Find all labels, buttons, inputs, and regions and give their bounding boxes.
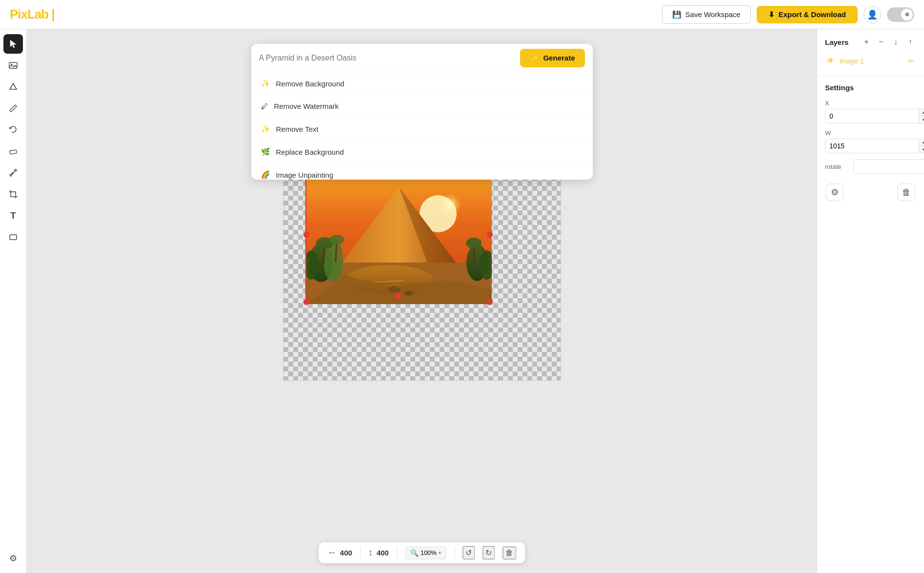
crop-tool-button[interactable]: [3, 184, 23, 204]
prompt-input[interactable]: A Pyramid in a Desert Oasis: [259, 54, 521, 62]
resize-handle-br[interactable]: [487, 299, 493, 305]
replace-bg-icon: 🌿: [261, 147, 270, 156]
canvas-width-value: 400: [340, 549, 352, 557]
w-field: W ▲ ▼: [825, 129, 924, 153]
export-download-button[interactable]: ⬇ Export & Download: [757, 6, 858, 23]
x-spinners: ▲ ▼: [919, 109, 924, 123]
layer-visibility-icon[interactable]: 👁: [827, 57, 835, 65]
undo-action-button[interactable]: ↺: [462, 546, 475, 559]
w-increment-button[interactable]: ▲: [919, 139, 924, 146]
remove-text-icon: ✨: [261, 124, 270, 133]
w-spinners: ▲ ▼: [919, 139, 924, 153]
redo-action-button[interactable]: ↻: [482, 546, 495, 559]
layer-item-image1[interactable]: 👁 image 1 ✏: [825, 54, 916, 68]
layer-name: image 1: [840, 57, 904, 65]
selected-image-container[interactable]: [305, 166, 491, 303]
trash-icon: 🗑: [902, 187, 911, 198]
rotate-row: rotate ▲ ▼: [825, 159, 924, 174]
layer-settings-button[interactable]: ⚙: [826, 184, 844, 201]
shape-tool-button[interactable]: [3, 77, 23, 97]
zoom-in-icon: 🔍: [410, 549, 419, 557]
pen-tool-button[interactable]: [3, 163, 23, 183]
svg-rect-6: [10, 235, 17, 240]
undo-button[interactable]: [3, 120, 23, 140]
w-label: W: [825, 129, 924, 137]
layers-panel: Layers + − ↓ ↑ 👁 image 1 ✏: [817, 29, 924, 76]
brush-tool-button[interactable]: [3, 99, 23, 118]
resize-handle-bl[interactable]: [303, 299, 309, 305]
x-decrement-button[interactable]: ▼: [919, 116, 924, 123]
svg-point-24: [466, 238, 482, 248]
remove-watermark-label: Remove Watermark: [274, 102, 339, 110]
panel-actions: ⚙ 🗑: [825, 184, 916, 201]
resize-handle-ml[interactable]: [303, 232, 309, 238]
dropdown-item-remove-watermark[interactable]: 🖊 Remove Watermark: [251, 95, 593, 118]
export-icon: ⬇: [768, 10, 775, 19]
rotate-input[interactable]: [854, 160, 924, 173]
layer-remove-button[interactable]: −: [875, 36, 887, 48]
frame-tool-button[interactable]: [3, 227, 23, 247]
remove-watermark-icon: 🖊: [261, 102, 268, 110]
w-decrement-button[interactable]: ▼: [919, 146, 924, 153]
settings-icon: ⚙: [9, 553, 17, 564]
settings-panel: Settings X ▲ ▼ Y: [817, 76, 924, 573]
width-group: ↔ 400: [327, 548, 352, 558]
save-workspace-button[interactable]: 💾 Save Workspace: [662, 5, 751, 24]
w-input-row: ▲ ▼: [825, 139, 924, 153]
select-tool-button[interactable]: [3, 34, 23, 54]
layer-edit-icon[interactable]: ✏: [908, 57, 914, 65]
settings-title: Settings: [825, 83, 916, 92]
x-input-row: ▲ ▼: [825, 109, 924, 123]
image-tool-button[interactable]: [3, 56, 23, 75]
user-icon: 👤: [867, 9, 878, 20]
svg-point-20: [329, 235, 344, 245]
main-layout: T ⚙ A Pyramid in a Desert Oasis ✨ Genera…: [0, 29, 924, 573]
layers-title: Layers: [825, 38, 848, 46]
toolbar-sidebar: T ⚙: [0, 29, 27, 573]
resize-handle-bm[interactable]: [395, 293, 401, 299]
layer-move-up-button[interactable]: ↑: [904, 36, 916, 48]
unpainting-label: Image Unpainting: [276, 171, 334, 179]
separator-2: [397, 547, 397, 559]
zoom-control-button[interactable]: 🔍 100% ▾: [405, 547, 446, 559]
dropdown-item-replace-bg[interactable]: 🌿 Replace Background: [251, 141, 593, 164]
right-panel: Layers + − ↓ ↑ 👁 image 1 ✏ Settings X: [817, 29, 924, 573]
dropdown-item-remove-text[interactable]: ✨ Remove Text: [251, 118, 593, 141]
settings-button[interactable]: ⚙: [3, 549, 23, 568]
toggle-knob: ⚙: [901, 9, 913, 20]
layer-add-button[interactable]: +: [861, 36, 872, 48]
layer-move-down-button[interactable]: ↓: [890, 36, 902, 48]
svg-rect-0: [9, 62, 17, 68]
dropdown-item-remove-bg[interactable]: ✨ Remove Background: [251, 72, 593, 95]
x-field: X ▲ ▼: [825, 100, 924, 123]
svg-point-26: [404, 291, 413, 296]
header-actions: 💾 Save Workspace ⬇ Export & Download 👤 ⚙: [662, 5, 914, 24]
x-label: X: [825, 100, 924, 107]
w-input[interactable]: [825, 140, 919, 152]
remove-bg-icon: ✨: [261, 79, 270, 88]
x-increment-button[interactable]: ▲: [919, 109, 924, 116]
layer-delete-button[interactable]: 🗑: [898, 184, 915, 201]
dropdown-item-unpainting[interactable]: 🌈 Image Unpainting: [251, 164, 593, 180]
x-input[interactable]: [825, 110, 919, 123]
unpainting-icon: 🌈: [261, 170, 270, 179]
app-logo: PixLab |: [10, 7, 55, 22]
canvas-area: A Pyramid in a Desert Oasis ✨ Generate ✨…: [27, 29, 817, 573]
zoom-value: 100%: [421, 549, 437, 556]
logo-text: PixLab |: [10, 7, 55, 21]
gear-settings-icon: ⚙: [831, 187, 839, 198]
delete-action-button[interactable]: 🗑: [502, 547, 516, 559]
text-tool-button[interactable]: T: [3, 206, 23, 225]
resize-handle-mr[interactable]: [487, 232, 493, 238]
user-account-button[interactable]: 👤: [864, 6, 881, 23]
export-download-label: Export & Download: [779, 10, 846, 19]
eraser-tool-button[interactable]: [3, 142, 23, 161]
theme-toggle-button[interactable]: ⚙: [887, 7, 914, 22]
text-tool-icon: T: [11, 211, 16, 221]
generate-button[interactable]: ✨ Generate: [520, 49, 584, 67]
generate-label: Generate: [543, 54, 575, 62]
height-icon: ↕: [368, 548, 373, 558]
replace-bg-label: Replace Background: [276, 148, 344, 156]
remove-bg-label: Remove Background: [276, 80, 344, 88]
canvas-board: [283, 166, 561, 381]
